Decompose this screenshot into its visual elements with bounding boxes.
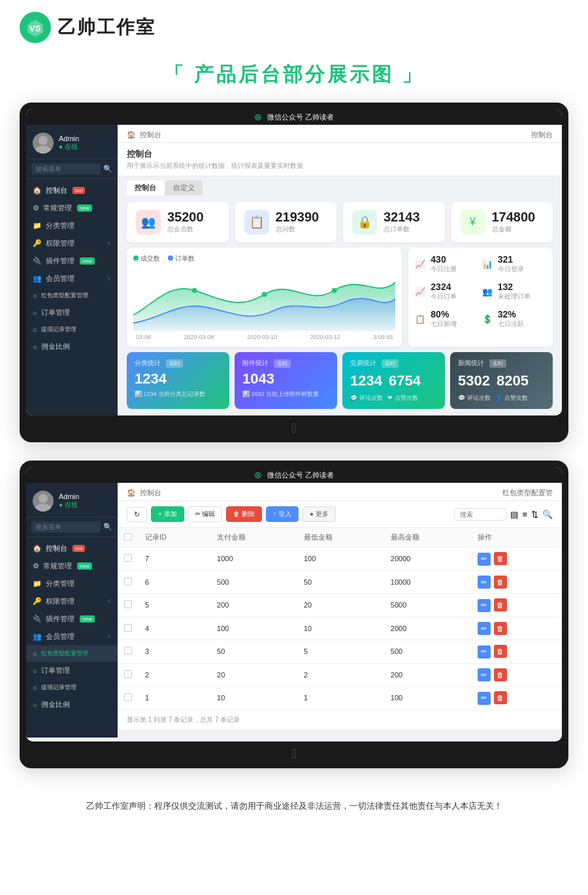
sidebar-search-input-2[interactable] [31,521,101,532]
tab-dashboard[interactable]: 控制台 [127,180,164,195]
select-all-checkbox[interactable] [124,533,132,541]
edit-btn-1[interactable]: ✏ [478,553,491,566]
sidebar-item-orders[interactable]: ○ 订单管理 [26,304,118,321]
th-action: 操作 [471,528,562,547]
sort-icon[interactable]: ⇅ [531,510,538,519]
row-checkbox-1[interactable] [124,554,132,562]
edit-button[interactable]: ✏ 编辑 [188,506,223,522]
bc-value-4b: 8205 [497,372,529,389]
edit-btn-6[interactable]: ✏ [478,668,491,681]
td-min-2: 50 [297,570,384,594]
sidebar-item-plugins-2[interactable]: 🔌 插件管理 new [26,610,118,628]
7day-new-value: 80% [431,309,457,319]
sidebar-item-dashboard[interactable]: 🏠 控制台 hot [26,182,118,199]
sidebar-item-withdraw[interactable]: ○ 提现记录管理 [26,321,118,338]
sidebar-item-dashboard-2[interactable]: 🏠 控制台 hot [26,540,118,557]
table-search-input[interactable] [454,508,506,521]
edit-btn-7[interactable]: ✏ [478,692,491,705]
edit-btn-2[interactable]: ✏ [478,576,491,589]
edit-btn-5[interactable]: ✏ [478,645,491,659]
add-button[interactable]: + 添加 [151,506,184,522]
sidebar-item-category[interactable]: 📁 分类管理 [26,217,118,235]
td-max-4: 2000 [384,617,471,640]
today-orders-label: 今日订单 [431,292,457,301]
delete-btn-4[interactable]: 🗑 [494,622,507,635]
sidebar-item-permissions[interactable]: 🔑 权限管理 < [26,235,118,252]
orders-stat-icon: 🔒 [352,210,377,235]
delete-btn-7[interactable]: 🗑 [494,691,507,704]
td-min-1: 100 [297,547,384,571]
sidebar-search-wrap-2[interactable]: 🔍 [26,517,118,537]
circle-icon-4: ○ [33,343,37,351]
sidebar-label-members: 会员管理 [46,274,74,284]
delete-btn-2[interactable]: 🗑 [494,576,507,589]
svg-point-2 [39,136,48,145]
monitor-2: ⊛ 微信公众号 乙帅读者 Admin ● 在线 🔍 [20,461,568,768]
sidebar-item-redpacket-2[interactable]: ○ 红包类型配置管理 [26,645,118,662]
td-pay-7: 10 [210,687,297,710]
page-heading: 控制台 [127,148,553,160]
table-body: 7 1000 100 20000 ✏ 🗑 [118,547,562,710]
sidebar-item-general[interactable]: ⚙ 常规管理 new [26,199,118,217]
import-button[interactable]: ↑ 导入 [266,506,299,522]
hot-badge-2: hot [73,545,85,552]
edit-btn-3[interactable]: ✏ [478,599,491,612]
edit-btn-4[interactable]: ✏ [478,622,491,635]
amount-stat-icon: ¥ [461,210,485,235]
dashboard-layout-2: Admin ● 在线 🔍 🏠 控制台 hot ⚙ [26,483,562,738]
td-pay-1: 1000 [210,547,297,571]
sidebar-item-permissions-2[interactable]: 🔑 权限管理 < [26,593,118,610]
row-checkbox-4[interactable] [124,624,132,632]
td-action-3: ✏ 🗑 [471,594,562,617]
refresh-button[interactable]: ↻ [127,507,147,522]
row-checkbox-2[interactable] [124,578,132,585]
sidebar-item-members[interactable]: 👥 会员管理 < [26,270,118,287]
sidebar-search-wrap[interactable]: 🔍 [26,159,118,179]
sidebar-item-withdraw-2[interactable]: ○ 提现记录管理 [26,679,118,696]
breadcrumb-nav-2: 🏠 控制台 [127,488,161,498]
view-icon-2[interactable]: ≡ [522,510,527,519]
delete-btn-1[interactable]: 🗑 [494,552,507,565]
delete-btn-6[interactable]: 🗑 [494,668,507,681]
delete-button[interactable]: 🗑 删除 [226,506,262,522]
row-checkbox-6[interactable] [124,670,132,678]
bottom-card-attachment: 附件统计 实时 1043 📊 2692 当前上传附件树数量 [235,352,337,409]
sidebar-item-commission-2[interactable]: ○ 佣金比例 [26,696,118,713]
th-max: 最高金额 [384,528,471,547]
table-search-right: ▤ ≡ ⇅ 🔍 [454,508,553,521]
search-icon-3[interactable]: 🔍 [542,510,553,519]
general-icon: ⚙ [33,204,39,212]
svg-point-6 [332,288,337,293]
sidebar-search-input[interactable] [31,163,101,174]
circle-icon-5: ○ [33,650,37,658]
members-label: 总会员数 [167,225,204,234]
delete-btn-5[interactable]: 🗑 [494,645,507,658]
td-pay-5: 50 [210,640,297,664]
view-icon-1[interactable]: ▤ [510,510,518,519]
stat-card-members: 👥 35200 总会员数 [127,202,229,242]
row-checkbox-5[interactable] [124,647,132,655]
td-cb-4 [118,617,139,640]
date-4: 2020-03-12 [310,334,340,340]
delete-btn-3[interactable]: 🗑 [494,598,507,611]
sidebar-label-dashboard: 控制台 [46,186,67,195]
sidebar-item-category-2[interactable]: 📁 分类管理 [26,575,118,593]
sidebar-item-orders-2[interactable]: ○ 订单管理 [26,662,118,679]
sidebar-item-plugins[interactable]: 🔌 插件管理 new [26,252,118,270]
login-icon: 📊 [482,259,493,269]
today-orders-icon: 📈 [415,287,425,297]
tab-custom[interactable]: 自定义 [165,180,203,195]
sidebar-item-members-2[interactable]: 👥 会员管理 < [26,628,118,645]
sidebar-item-redpacket[interactable]: ○ 红包类型配置管理 [26,287,118,304]
td-pay-6: 20 [210,663,297,687]
more-button[interactable]: ● 更多 [302,506,336,522]
sidebar-item-general-2[interactable]: ⚙ 常规管理 new [26,557,118,575]
bc-label-1: 分类统计 实时 [135,359,221,368]
td-id-2: 6 [139,570,210,594]
row-checkbox-7[interactable] [124,693,132,701]
row-checkbox-3[interactable] [124,600,132,608]
category-icon: 📁 [33,221,42,230]
bc-label-3: 交易统计 实时 [350,359,437,368]
sidebar-item-commission[interactable]: ○ 佣金比例 [26,338,118,355]
sidebar-user-2: Admin ● 在线 [26,483,118,517]
